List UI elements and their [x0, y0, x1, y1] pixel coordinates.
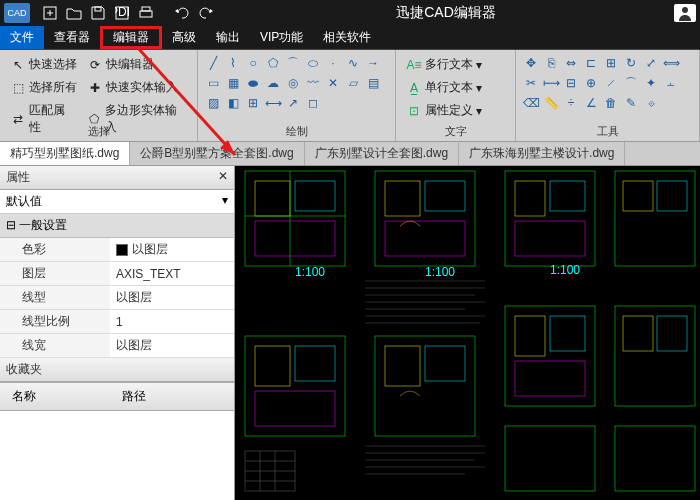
gradient-icon[interactable]: ◧ — [224, 94, 242, 112]
point-icon[interactable]: · — [324, 54, 342, 72]
divide-icon[interactable]: ÷ — [562, 94, 580, 112]
props-default[interactable]: 默认值 ▾ — [0, 190, 234, 214]
group-label: 文字 — [396, 124, 515, 139]
menu-file[interactable]: 文件 — [0, 26, 44, 49]
fillet-icon[interactable]: ⌒ — [622, 74, 640, 92]
copy-icon[interactable]: ⎘ — [542, 54, 560, 72]
dropdown-icon: ▾ — [476, 81, 482, 95]
note-icon[interactable]: ▤ — [364, 74, 382, 92]
move-icon[interactable]: ✥ — [522, 54, 540, 72]
drawing-canvas[interactable]: 1:100 1:100 1:100 — [235, 166, 700, 500]
menu-editor[interactable]: 编辑器 — [100, 26, 162, 49]
menu-output[interactable]: 输出 — [206, 26, 250, 49]
quick-entity-button[interactable]: ✚快速实体输入 — [83, 77, 182, 98]
trim-icon[interactable]: ✂ — [522, 74, 540, 92]
svg-rect-36 — [255, 346, 290, 386]
hatch-icon[interactable]: ▨ — [204, 94, 222, 112]
dropdown-icon: ▾ — [476, 104, 482, 118]
join-icon[interactable]: ⊕ — [582, 74, 600, 92]
menu-related[interactable]: 相关软件 — [313, 26, 381, 49]
svg-rect-40 — [385, 346, 420, 386]
ray-icon[interactable]: → — [364, 54, 382, 72]
purge-icon[interactable]: 🗑 — [602, 94, 620, 112]
quick-editor-button[interactable]: ⟳快编辑器 — [83, 54, 158, 75]
ellipse2-icon[interactable]: ⬬ — [244, 74, 262, 92]
user-icon[interactable] — [674, 4, 696, 22]
tab-1[interactable]: 精巧型别墅图纸.dwg — [0, 142, 130, 165]
prop-row-linetype[interactable]: 线型 以图层 — [0, 286, 234, 310]
menu-advanced[interactable]: 高级 — [162, 26, 206, 49]
extend-icon[interactable]: ⟼ — [542, 74, 560, 92]
ellipse-icon[interactable]: ⬭ — [304, 54, 322, 72]
stretch-icon[interactable]: ⟺ — [662, 54, 680, 72]
attr-def-button[interactable]: ⊡属性定义▾ — [402, 100, 486, 121]
arc-icon[interactable]: ⌒ — [284, 54, 302, 72]
tab-2[interactable]: 公爵B型别墅方案全套图.dwg — [130, 142, 304, 165]
svg-rect-3 — [95, 7, 101, 11]
prop-row-linescale[interactable]: 线型比例 1 — [0, 310, 234, 334]
svg-rect-22 — [515, 181, 545, 216]
svg-rect-43 — [515, 316, 545, 356]
erase-icon[interactable]: ⌫ — [522, 94, 540, 112]
name-column[interactable]: 名称 — [6, 386, 116, 407]
tab-3[interactable]: 广东别墅设计全套图.dwg — [305, 142, 459, 165]
spline-icon[interactable]: ∿ — [344, 54, 362, 72]
quick-select-button[interactable]: ↖快速选择 — [6, 54, 81, 75]
close-icon[interactable]: ✕ — [218, 169, 228, 186]
menu-viewer[interactable]: 查看器 — [44, 26, 100, 49]
redo-icon[interactable] — [197, 4, 215, 22]
polyline-icon[interactable]: ⌇ — [224, 54, 242, 72]
wave-icon[interactable]: 〰 — [304, 74, 322, 92]
tool-icon[interactable]: ⟐ — [642, 94, 660, 112]
array-icon[interactable]: ⊞ — [602, 54, 620, 72]
prop-row-layer[interactable]: 图层 AXIS_TEXT — [0, 262, 234, 286]
save-icon[interactable] — [89, 4, 107, 22]
block-icon[interactable]: ◻ — [304, 94, 322, 112]
tab-4[interactable]: 广东珠海别墅主楼设计.dwg — [459, 142, 625, 165]
ribbon-group-text: A≡多行文本▾ A̲单行文本▾ ⊡属性定义▾ 文字 — [396, 50, 516, 141]
measure-icon[interactable]: 📏 — [542, 94, 560, 112]
line-icon[interactable]: ╱ — [204, 54, 222, 72]
image-icon[interactable]: ▦ — [224, 74, 242, 92]
dim-icon[interactable]: ⟷ — [264, 94, 282, 112]
path-column[interactable]: 路径 — [116, 386, 152, 407]
circle-icon[interactable]: ○ — [244, 54, 262, 72]
rect-icon[interactable]: ▭ — [204, 74, 222, 92]
props-title: 属性 ✕ — [0, 166, 234, 190]
annotation-icon[interactable]: ✎ — [622, 94, 640, 112]
properties-panel: 属性 ✕ 默认值 ▾ ⊟ 一般设置 色彩 以图层 图层 AXIS_TEXT 线型… — [0, 166, 235, 500]
menu-vip[interactable]: VIP功能 — [250, 26, 313, 49]
prop-row-color[interactable]: 色彩 以图层 — [0, 238, 234, 262]
svg-text:PDF: PDF — [115, 6, 129, 19]
multiline-text-button[interactable]: A≡多行文本▾ — [402, 54, 486, 75]
new-icon[interactable] — [41, 4, 59, 22]
donut-icon[interactable]: ◎ — [284, 74, 302, 92]
print-icon[interactable] — [137, 4, 155, 22]
prop-row-lineweight[interactable]: 线宽 以图层 — [0, 334, 234, 358]
select-all-button[interactable]: ⬚选择所有 — [6, 77, 81, 98]
rotate-icon[interactable]: ↻ — [622, 54, 640, 72]
svg-rect-41 — [425, 346, 465, 381]
undo-icon[interactable] — [173, 4, 191, 22]
offset-icon[interactable]: ⊏ — [582, 54, 600, 72]
single-text-button[interactable]: A̲单行文本▾ — [402, 77, 486, 98]
props-section-general[interactable]: ⊟ 一般设置 — [0, 214, 234, 238]
chamfer-icon[interactable]: ⟋ — [602, 74, 620, 92]
pdf-icon[interactable]: PDF — [113, 4, 131, 22]
angle-icon[interactable]: ∠ — [582, 94, 600, 112]
open-icon[interactable] — [65, 4, 83, 22]
explode-icon[interactable]: ✦ — [642, 74, 660, 92]
leader-icon[interactable]: ↗ — [284, 94, 302, 112]
mark-icon[interactable]: ✕ — [324, 74, 342, 92]
align-icon[interactable]: ⫠ — [662, 74, 680, 92]
cloud-icon[interactable]: ☁ — [264, 74, 282, 92]
mirror-icon[interactable]: ⇔ — [562, 54, 580, 72]
ribbon-group-select: ↖快速选择 ⟳快编辑器 ⬚选择所有 ✚快速实体输入 ⇄匹配属性 ⬠多边形实体输入… — [0, 50, 198, 141]
svg-rect-14 — [255, 221, 335, 256]
table-icon[interactable]: ⊞ — [244, 94, 262, 112]
mtext-icon: A≡ — [406, 57, 422, 73]
scale-icon[interactable]: ⤢ — [642, 54, 660, 72]
polygon-icon[interactable]: ⬠ — [264, 54, 282, 72]
region-icon[interactable]: ▱ — [344, 74, 362, 92]
break-icon[interactable]: ⊟ — [562, 74, 580, 92]
